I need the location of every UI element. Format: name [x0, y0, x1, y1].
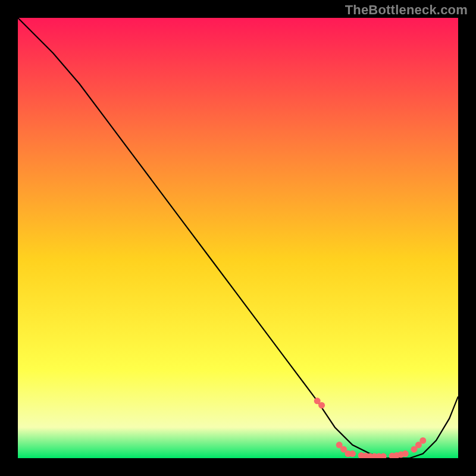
chart-marker-dot — [419, 437, 426, 444]
chart-background-gradient — [18, 18, 458, 458]
chart-marker-dot — [318, 402, 325, 409]
chart-svg — [18, 18, 458, 458]
chart-plot-area — [18, 18, 458, 458]
chart-marker-dot — [349, 450, 356, 457]
chart-marker-dot — [402, 450, 409, 457]
watermark-text: TheBottleneck.com — [345, 2, 468, 18]
chart-frame: TheBottleneck.com — [0, 0, 476, 476]
